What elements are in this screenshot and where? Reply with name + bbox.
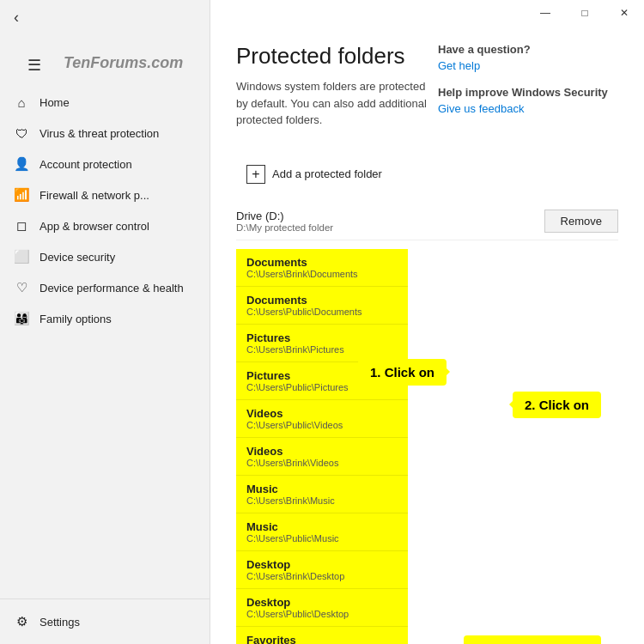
drive-info: Drive (D:) D:\My protected folder <box>236 210 536 233</box>
folder-path: C:\Users\Brink\Documents <box>246 269 398 279</box>
sidebar-item-label: Account protection <box>39 158 132 171</box>
close-button[interactable]: ✕ <box>605 0 644 26</box>
sidebar-item-device-security[interactable]: ⬜ Device security <box>0 241 210 272</box>
sidebar-item-family[interactable]: 👨‍👩‍👧 Family options <box>0 303 210 334</box>
device-security-icon: ⬜ <box>14 249 29 264</box>
folder-path: C:\Users\Public\Documents <box>246 307 398 317</box>
sidebar-item-label: Firewall & network p... <box>39 189 149 202</box>
folders-section: Documents C:\Users\Brink\Documents Docum… <box>236 249 618 645</box>
callout-2: 2. Click on <box>513 392 601 418</box>
sidebar-nav: ⌂ Home 🛡 Virus & threat protection 👤 Acc… <box>0 83 210 598</box>
content-area: Protected folders Windows system folders… <box>210 26 644 644</box>
sidebar-item-device-perf[interactable]: ♡ Device performance & health <box>0 272 210 303</box>
sidebar-item-label: App & browser control <box>39 220 149 233</box>
folder-path: C:\Users\Public\Music <box>246 533 398 544</box>
titlebar: — □ ✕ <box>210 0 644 26</box>
yellow-folder-item: Videos C:\Users\Public\Videos <box>236 400 408 438</box>
sidebar-item-label: Device security <box>39 251 115 264</box>
sidebar: ‹ ☰ TenForums.com ⌂ Home 🛡 Virus & threa… <box>0 0 210 644</box>
yellow-folders-list: Documents C:\Users\Brink\Documents Docum… <box>236 249 408 645</box>
hamburger-icon[interactable]: ☰ <box>14 47 55 78</box>
remove-button[interactable]: Remove <box>544 210 618 233</box>
left-section: Protected folders Windows system folders… <box>236 43 429 144</box>
folder-path: C:\Users\Brink\Videos <box>246 458 398 468</box>
shield-icon: 🛡 <box>14 125 29 141</box>
get-help-link[interactable]: Get help <box>438 59 480 72</box>
sidebar-item-home[interactable]: ⌂ Home <box>0 87 210 118</box>
feedback-link[interactable]: Give us feedback <box>438 102 524 115</box>
home-icon: ⌂ <box>14 94 29 110</box>
yellow-folder-item: Pictures C:\Users\Brink\Pictures <box>236 325 408 362</box>
folder-name: Favorites <box>246 634 398 645</box>
protected-drive-section: 1. Click on Drive (D:) D:\My protected f… <box>236 203 618 240</box>
sidebar-item-account[interactable]: 👤 Account protection <box>0 149 210 179</box>
yellow-folder-item: Desktop C:\Users\Public\Desktop <box>236 589 408 627</box>
yellow-folder-item: Videos C:\Users\Brink\Videos <box>236 438 408 476</box>
top-section: Protected folders Windows system folders… <box>236 43 618 144</box>
settings-icon: ⚙ <box>14 614 29 629</box>
main-content: — □ ✕ Protected folders Windows system f… <box>210 0 644 644</box>
protected-drive-item: Drive (D:) D:\My protected folder Remove <box>236 203 618 240</box>
app-icon: ◻ <box>14 218 29 234</box>
folder-path: C:\Users\Brink\Music <box>246 495 398 506</box>
drive-path: D:\My protected folder <box>236 222 536 233</box>
sidebar-logo: ☰ TenForums.com <box>0 35 210 83</box>
yellow-folder-item: Music C:\Users\Public\Music <box>236 513 408 551</box>
logo-text: TenForums.com <box>64 54 183 72</box>
yellow-folder-item: Favorites C:\Users\Brink\Favorites <box>236 627 408 645</box>
folder-path: C:\Users\Brink\Pictures <box>246 344 398 355</box>
back-button[interactable]: ‹ <box>0 0 210 35</box>
drive-name: Drive (D:) <box>236 210 536 222</box>
sidebar-item-app[interactable]: ◻ App & browser control <box>0 210 210 241</box>
sidebar-item-label: Device performance & health <box>39 282 184 295</box>
folder-name: Music <box>246 520 398 533</box>
have-a-question-text: Have a question? <box>438 43 618 56</box>
firewall-icon: 📶 <box>14 187 29 203</box>
device-perf-icon: ♡ <box>14 280 29 295</box>
sidebar-item-label: Virus & threat protection <box>39 127 159 140</box>
plus-icon: + <box>246 165 265 184</box>
callout-default: Default folders that cannot be removed <box>464 635 601 645</box>
yellow-folder-item: Music C:\Users\Brink\Music <box>236 476 408 513</box>
add-protected-folder-button[interactable]: + Add a protected folder <box>236 158 392 191</box>
folder-name: Documents <box>246 256 398 269</box>
yellow-folder-item: Desktop C:\Users\Brink\Desktop <box>236 551 408 589</box>
yellow-folder-item: Documents C:\Users\Brink\Documents <box>236 249 408 287</box>
sidebar-settings-label: Settings <box>39 616 80 629</box>
page-title: Protected folders <box>236 43 429 70</box>
page-description: Windows system folders are protected by … <box>236 78 429 129</box>
right-section: Have a question? Get help Help improve W… <box>429 43 618 144</box>
account-icon: 👤 <box>14 156 29 172</box>
folder-name: Pictures <box>246 331 398 344</box>
callout-1: 1. Click on <box>358 359 447 386</box>
sidebar-bottom: ⚙ Settings <box>0 598 210 644</box>
sidebar-item-label: Home <box>39 96 70 109</box>
folder-name: Videos <box>246 407 398 420</box>
folder-path: C:\Users\Public\Videos <box>246 420 398 430</box>
add-folder-label: Add a protected folder <box>272 167 382 180</box>
folder-name: Desktop <box>246 558 398 571</box>
sidebar-item-firewall[interactable]: 📶 Firewall & network p... <box>0 179 210 210</box>
folder-name: Documents <box>246 294 398 307</box>
sidebar-item-virus[interactable]: 🛡 Virus & threat protection <box>0 118 210 149</box>
folder-path: C:\Users\Brink\Desktop <box>246 571 398 581</box>
sidebar-item-label: Family options <box>39 313 112 325</box>
family-icon: 👨‍👩‍👧 <box>14 311 29 326</box>
yellow-folder-item: Documents C:\Users\Public\Documents <box>236 287 408 325</box>
folder-name: Videos <box>246 445 398 458</box>
improve-text: Help improve Windows Security <box>438 86 618 99</box>
folder-name: Music <box>246 483 398 495</box>
restore-button[interactable]: □ <box>565 0 605 26</box>
minimize-button[interactable]: — <box>526 0 565 26</box>
folder-path: C:\Users\Public\Desktop <box>246 609 398 619</box>
folder-name: Desktop <box>246 596 398 609</box>
sidebar-item-settings[interactable]: ⚙ Settings <box>0 606 210 637</box>
